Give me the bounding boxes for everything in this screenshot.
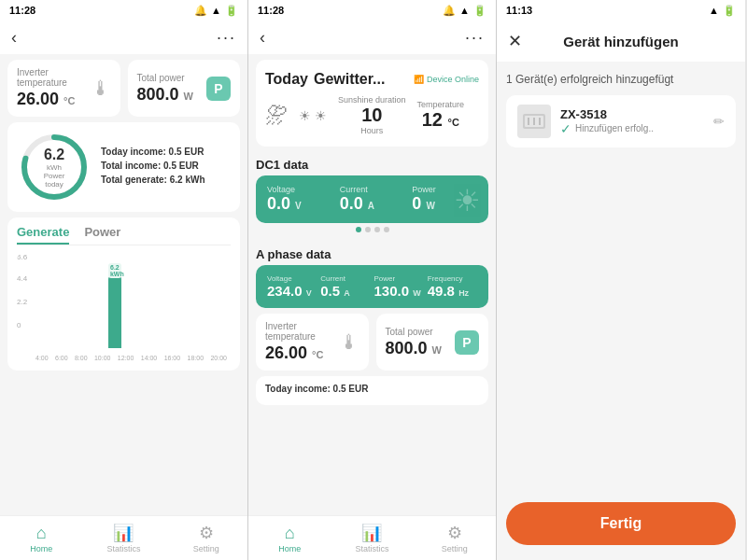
today-income: Today income: 0.5 EUR xyxy=(101,147,231,157)
temperature-item: Temperature 12 °C xyxy=(417,100,465,131)
panel3-header: ✕ Gerät hinzufügen xyxy=(497,21,745,62)
top-nav-1: ‹ ··· xyxy=(0,21,247,54)
chart-x-labels: 4:00 6:00 8:00 10:00 12:00 14:00 16:00 1… xyxy=(35,355,227,361)
weather-details: ⛈ ☀ ☀ Sunshine duration 10 Hours Tempera… xyxy=(265,95,479,135)
total-power-card: Total power 800.0 W P xyxy=(128,60,241,117)
x-8: 8:00 xyxy=(75,355,88,361)
today-income-2: Today income: 0.5 EUR xyxy=(265,384,479,394)
home-label-2: Home xyxy=(278,544,301,553)
chart-y-2: 2.2 xyxy=(17,298,27,306)
setting-label-1: Setting xyxy=(193,544,219,553)
back-button-1[interactable]: ‹ xyxy=(11,28,17,48)
inverter-temp-info: Inverter temperature 26.00 °C xyxy=(17,67,91,109)
nav-statistics-2[interactable]: 📊 Statistics xyxy=(331,516,413,560)
total-income: Total income: 0.5 EUR xyxy=(101,161,231,171)
cloud-rain-icon: ⛈ xyxy=(265,103,288,129)
dc-metrics: Voltage 0.0 V Current 0.0 A xyxy=(267,185,477,214)
today-label: Today xyxy=(265,71,308,88)
inv-temp-card-2: Inverter temperature 26.00 °C 🌡 xyxy=(256,314,369,371)
thermometer-icon-2: 🌡 xyxy=(339,330,359,355)
chart-y-4: 4.4 xyxy=(17,274,27,283)
panel-3: 11:13 ▲ 🔋 ✕ Gerät hinzufügen 1 Gerät(e) … xyxy=(497,0,745,560)
wifi-icon-3: ▲ xyxy=(709,5,719,16)
phase-current: Current 0.5 A xyxy=(320,274,370,299)
phase-card: Voltage 234.0 V Current 0.5 A xyxy=(256,265,488,308)
panel-2-content: Today Gewitter... 📶 Device Online ⛈ ☀ ☀ … xyxy=(248,54,496,515)
status-time-1: 11:28 xyxy=(9,5,35,16)
parking-badge: P xyxy=(206,77,231,101)
phase-frequency: Frequency 49.8 Hz xyxy=(428,274,477,299)
panel-1-content: Inverter temperature 26.00 °C 🌡 Total po… xyxy=(0,54,247,515)
x-14: 14:00 xyxy=(141,355,158,361)
battery-icon: 🔋 xyxy=(225,5,238,17)
more-button-1[interactable]: ··· xyxy=(217,28,236,48)
device-name: ZX-3518 xyxy=(560,107,704,121)
notification-icon: 🔔 xyxy=(194,5,207,17)
stats-icon-1: 📊 xyxy=(113,523,134,543)
chart-bar-area: 6.2 kWh xyxy=(35,259,227,348)
device-thumbnail xyxy=(517,105,551,138)
nav-setting-2[interactable]: ⚙ Setting xyxy=(414,516,496,560)
nav-statistics-1[interactable]: 📊 Statistics xyxy=(82,516,164,560)
status-icons-1: 🔔 ▲ 🔋 xyxy=(194,5,238,17)
phase-power: Power 130.0 W xyxy=(374,274,424,299)
x-6: 6:00 xyxy=(55,355,68,361)
metric-row-1: Inverter temperature 26.00 °C 🌡 Total po… xyxy=(7,60,240,117)
metric-row-2: Inverter temperature 26.00 °C 🌡 Total po… xyxy=(256,314,488,371)
edit-icon[interactable]: ✏ xyxy=(713,114,725,129)
nav-home-1[interactable]: ⌂ Home xyxy=(0,516,82,560)
back-button-2[interactable]: ‹ xyxy=(260,28,265,48)
home-icon-1: ⌂ xyxy=(36,524,47,543)
phase-title: A phase data xyxy=(256,247,488,261)
device-info: ZX-3518 ✓ Hinzufügen erfolg.. xyxy=(560,107,704,136)
power-today-card: 6.2 kWh Power today Today income: 0.5 EU… xyxy=(7,122,240,212)
total-power-val-2: 800.0 W xyxy=(386,339,442,358)
total-power-info: Total power 800.0 W xyxy=(137,73,193,105)
panel-1: 11:28 🔔 ▲ 🔋 ‹ ··· Inverter temperature 2… xyxy=(0,0,248,560)
wifi-icon: ▲ xyxy=(211,5,221,16)
chart-bar-label: 6.2 kWh xyxy=(108,263,121,278)
gear-icon-1: ⚙ xyxy=(199,523,214,543)
thermometer-icon: 🌡 xyxy=(91,77,111,101)
nav-home-2[interactable]: ⌂ Home xyxy=(248,516,331,560)
more-button-2[interactable]: ··· xyxy=(465,28,485,48)
panel3-content: 1 Gerät(e) erfolgreich hinzugefügt ZX-35… xyxy=(497,62,745,495)
power-stats-row: 6.2 kWh Power today Today income: 0.5 EU… xyxy=(17,130,231,204)
x-12: 12:00 xyxy=(118,355,134,361)
income-list: Today income: 0.5 EUR Total income: 0.5 … xyxy=(101,147,231,189)
bottom-nav-2: ⌂ Home 📊 Statistics ⚙ Setting xyxy=(248,515,496,560)
total-power-label: Total power xyxy=(137,73,193,83)
dot-3 xyxy=(374,227,380,232)
weather-label: Gewitter... xyxy=(314,71,385,88)
top-nav-2: ‹ ··· xyxy=(248,21,496,54)
x-10: 10:00 xyxy=(94,355,111,361)
gear-icon-2: ⚙ xyxy=(447,523,462,543)
dot-2 xyxy=(365,227,371,232)
inv-temp-info-2: Inverter temperature 26.00 °C xyxy=(265,321,339,363)
status-time-2: 11:28 xyxy=(258,5,284,16)
home-icon-2: ⌂ xyxy=(285,524,295,543)
close-button[interactable]: ✕ xyxy=(508,31,522,51)
online-badge: 📶 Device Online xyxy=(414,75,479,84)
wifi-online-icon: 📶 xyxy=(414,75,424,84)
weather-row: Today Gewitter... 📶 Device Online xyxy=(265,67,479,91)
tab-generate[interactable]: Generate xyxy=(17,225,69,245)
device-item: ZX-3518 ✓ Hinzufügen erfolg.. ✏ xyxy=(506,95,736,147)
sun-icon: ☀ xyxy=(299,108,311,123)
dc1-section: DC1 data ☀ Voltage 0.0 V Current 0.0 xyxy=(256,152,488,236)
total-power-info-2: Total power 800.0 W xyxy=(386,327,442,358)
chart-bar-main: 6.2 kWh xyxy=(108,276,121,348)
inverter-device-icon xyxy=(521,108,547,134)
power-today-title: Power today xyxy=(35,172,73,189)
inverter-temp-card: Inverter temperature 26.00 °C 🌡 xyxy=(7,60,120,117)
fertig-button[interactable]: Fertig xyxy=(506,502,736,545)
status-bar-3: 11:13 ▲ 🔋 xyxy=(497,0,745,21)
power-today-label: kWh xyxy=(35,163,73,172)
tab-power[interactable]: Power xyxy=(84,225,120,245)
device-status: ✓ Hinzufügen erfolg.. xyxy=(560,121,704,136)
inverter-temp-label: Inverter temperature xyxy=(17,67,91,88)
status-icons-3: ▲ 🔋 xyxy=(709,5,736,17)
nav-setting-1[interactable]: ⚙ Setting xyxy=(165,516,247,560)
panel3-title: Gerät hinzufügen xyxy=(563,34,678,49)
battery-icon-3: 🔋 xyxy=(723,5,736,17)
